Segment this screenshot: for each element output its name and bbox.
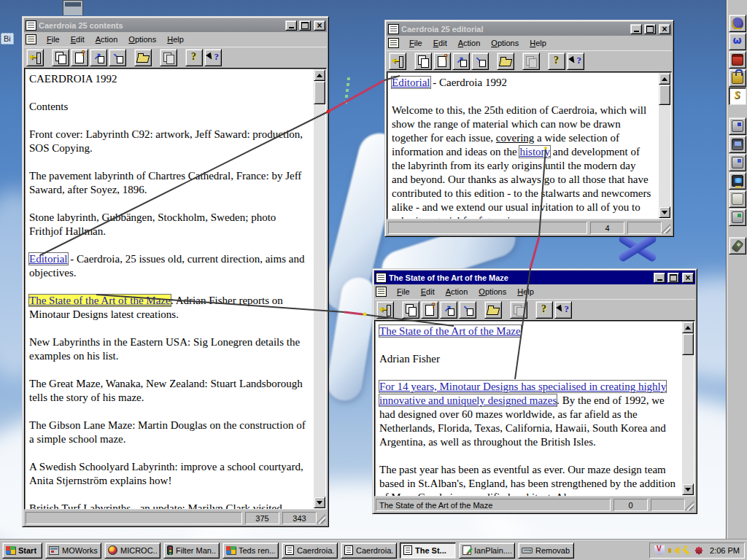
exit-button[interactable]	[389, 52, 406, 70]
titlebar[interactable]: Caerdroia 25 contents	[24, 18, 327, 32]
clamp-button[interactable]	[729, 33, 746, 50]
scroll-up-icon[interactable]	[682, 322, 694, 333]
antivirus-shield-icon[interactable]	[654, 545, 665, 556]
make-link-button[interactable]	[109, 49, 126, 66]
minimize-button[interactable]	[285, 20, 297, 31]
desktop-icon-label-bi[interactable]: Bi	[1, 33, 14, 44]
disk-light-button[interactable]	[729, 190, 746, 208]
disk-on-button[interactable]	[729, 209, 746, 226]
taskbar-button-caerdroia[interactable]: Caerdroia...	[282, 542, 338, 559]
paste-link-button[interactable]	[71, 49, 88, 66]
menu-file[interactable]: File	[404, 36, 427, 50]
scheduler-person-icon[interactable]	[681, 545, 691, 556]
vertical-scrollbar[interactable]	[659, 73, 670, 218]
titlebar[interactable]: Caerdroia 25 editorial	[387, 22, 672, 36]
taskbar-button-caerdroia[interactable]: Caerdroia...	[341, 542, 397, 559]
menu-file[interactable]: File	[42, 33, 65, 46]
menu-help[interactable]: Help	[162, 33, 189, 46]
start-button[interactable]: Start	[2, 542, 42, 559]
taskbar-button-ianplain[interactable]: IanPlain....	[459, 542, 515, 559]
make-link-button[interactable]	[471, 52, 489, 70]
monitor-button[interactable]	[729, 172, 746, 190]
follow-link-button[interactable]	[90, 49, 107, 66]
disk-stack-button[interactable]	[729, 154, 746, 171]
titlebar[interactable]: The State of the Art of the Maze	[374, 271, 695, 284]
vertical-scrollbar[interactable]	[682, 322, 694, 495]
resize-grip[interactable]	[661, 224, 670, 233]
help-button[interactable]	[185, 49, 203, 66]
scroll-up-icon[interactable]	[314, 69, 325, 81]
menu-edit[interactable]: Edit	[416, 285, 440, 298]
close-button[interactable]	[682, 273, 694, 283]
copy-link-button[interactable]	[402, 301, 419, 319]
scroll-down-icon[interactable]	[659, 206, 670, 218]
menu-action[interactable]: Action	[90, 33, 123, 46]
menu-help[interactable]: Help	[525, 36, 551, 50]
maximize-button[interactable]	[667, 273, 679, 283]
menu-options[interactable]: Options	[123, 33, 161, 46]
link-the-state-of-the-art-of-the-maze[interactable]: The State of the Art of the Maze	[379, 325, 521, 337]
close-button[interactable]	[314, 20, 325, 31]
cable-button[interactable]	[729, 88, 746, 105]
handheld-button[interactable]	[729, 237, 746, 254]
minimize-button[interactable]	[630, 24, 642, 34]
link-editorial[interactable]: Editorial	[29, 253, 68, 265]
taskbar-button-teds-ren[interactable]: Teds ren...	[222, 542, 279, 559]
resize-grip[interactable]	[684, 501, 694, 510]
context-help-button[interactable]	[204, 49, 222, 66]
open-folder-button[interactable]	[484, 301, 502, 319]
link-history[interactable]: history	[519, 146, 550, 158]
taskbar-button-moworks[interactable]: MOWorks	[45, 542, 101, 559]
menu-edit[interactable]: Edit	[66, 33, 90, 46]
paste-link-button[interactable]	[433, 52, 451, 70]
volume-icon[interactable]	[667, 545, 678, 556]
menu-file[interactable]: File	[392, 285, 415, 298]
close-button[interactable]	[659, 24, 670, 34]
make-link-button[interactable]	[459, 301, 476, 319]
bug-button[interactable]	[729, 15, 746, 32]
virus-scan-icon[interactable]	[694, 545, 704, 556]
laptop-button[interactable]	[729, 136, 746, 153]
link-editorial[interactable]: Editorial	[392, 77, 430, 88]
paste-link-button[interactable]	[421, 301, 438, 319]
scrollbar-thumb[interactable]	[659, 85, 670, 105]
taskbar-button-the-st[interactable]: The St...	[400, 542, 456, 559]
scroll-down-icon[interactable]	[682, 483, 694, 495]
exit-button[interactable]	[26, 49, 44, 66]
copy-link-button[interactable]	[414, 52, 432, 70]
menu-help[interactable]: Help	[512, 285, 539, 298]
context-help-button[interactable]	[567, 52, 584, 70]
menu-options[interactable]: Options	[473, 285, 511, 298]
floppy-blue-button[interactable]	[729, 117, 746, 135]
help-button[interactable]	[535, 301, 553, 319]
follow-link-button[interactable]	[440, 301, 457, 319]
open-folder-button[interactable]	[134, 49, 152, 66]
taskbar-button-removab[interactable]: Removab...	[518, 542, 574, 559]
padlock-button[interactable]	[729, 69, 746, 87]
taskbar-button-filter-man[interactable]: Filter Man...	[163, 542, 220, 559]
copy-pages-button[interactable]	[510, 301, 527, 319]
help-button[interactable]	[548, 52, 565, 70]
scroll-down-icon[interactable]	[314, 497, 325, 508]
maximize-button[interactable]	[644, 24, 656, 34]
menu-action[interactable]: Action	[453, 36, 486, 50]
minimize-button[interactable]	[654, 273, 665, 283]
vertical-scrollbar[interactable]	[314, 69, 325, 508]
copy-pages-button[interactable]	[160, 49, 177, 66]
minimized-window-peek[interactable]	[63, 0, 83, 15]
link-the-state-of-the-art-of-the-maze[interactable]: The State of the Art of the Maze	[29, 295, 171, 306]
scrollbar-thumb[interactable]	[314, 81, 325, 104]
copy-pages-button[interactable]	[522, 52, 540, 70]
scrollbar-thumb[interactable]	[682, 333, 694, 355]
open-folder-button[interactable]	[497, 52, 514, 70]
menu-options[interactable]: Options	[486, 36, 524, 50]
resize-grip[interactable]	[316, 514, 325, 524]
exit-button[interactable]	[376, 301, 394, 319]
menu-action[interactable]: Action	[441, 285, 473, 298]
maximize-button[interactable]	[299, 20, 311, 31]
copy-link-button[interactable]	[52, 49, 69, 66]
context-help-button[interactable]	[554, 301, 572, 319]
menu-edit[interactable]: Edit	[428, 36, 452, 50]
follow-link-button[interactable]	[452, 52, 470, 70]
scroll-up-icon[interactable]	[659, 73, 670, 85]
